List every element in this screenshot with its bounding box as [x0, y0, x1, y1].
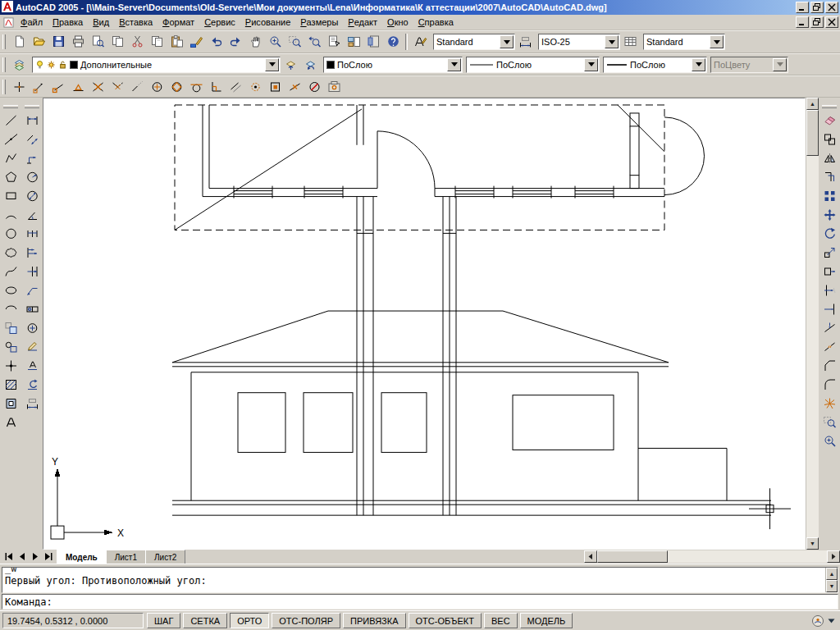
scale-button[interactable]: [819, 243, 839, 262]
extend-button[interactable]: [819, 299, 839, 318]
status-toggle-lwt[interactable]: ВЕС: [484, 613, 518, 628]
close-button[interactable]: [825, 2, 838, 13]
rectangle-button[interactable]: [1, 186, 21, 205]
status-toggle-ortho[interactable]: ОРТО: [230, 613, 269, 628]
properties-button[interactable]: [324, 33, 344, 52]
designcenter-button[interactable]: [344, 33, 363, 52]
quick-leader-button[interactable]: [22, 281, 42, 299]
parallel-button[interactable]: [226, 77, 245, 96]
table-style-button[interactable]: [620, 33, 640, 52]
status-toggle-model[interactable]: МОДЕЛЬ: [520, 613, 573, 628]
extension-button[interactable]: [127, 77, 147, 96]
new-button[interactable]: [9, 33, 29, 52]
scroll-up-icon[interactable]: ▲: [806, 98, 819, 110]
point-button[interactable]: [1, 356, 21, 375]
copy-button[interactable]: [147, 33, 167, 52]
text-style-combo[interactable]: Standard: [433, 34, 515, 50]
tab-model[interactable]: Модель: [57, 550, 107, 564]
break-at-point-button[interactable]: [819, 318, 839, 337]
tool-palettes-button[interactable]: [363, 33, 383, 52]
status-toggle-polar[interactable]: ОТС-ПОЛЯР: [272, 613, 340, 628]
minimize-button[interactable]: [796, 2, 809, 13]
explode-button[interactable]: [819, 394, 839, 413]
array-button[interactable]: [819, 186, 839, 205]
mdi-minimize-button[interactable]: [796, 16, 809, 28]
chevron-down-icon[interactable]: [584, 58, 598, 71]
undo-button[interactable]: [206, 33, 226, 52]
spline-button[interactable]: [1, 262, 21, 281]
chevron-down-icon[interactable]: [605, 35, 619, 48]
dim-radius-button[interactable]: [22, 167, 42, 186]
menu-modify[interactable]: Редакт: [343, 15, 382, 30]
toolbar-drag-handle[interactable]: [3, 105, 18, 108]
layers-button[interactable]: [9, 55, 29, 74]
tab-layout2[interactable]: Лист2: [145, 550, 185, 564]
offset-button[interactable]: [819, 167, 839, 186]
zoom-previous-button[interactable]: [304, 33, 324, 52]
first-tab-button[interactable]: [2, 550, 16, 564]
snap-from-button[interactable]: [29, 77, 48, 96]
command-input[interactable]: Команда:: [2, 594, 838, 609]
perpendicular-button[interactable]: [206, 77, 226, 96]
drawing-area[interactable]: Y X: [43, 98, 806, 550]
apparent-intersection-button[interactable]: [107, 77, 127, 96]
next-tab-button[interactable]: [29, 550, 42, 564]
construction-line-button[interactable]: [1, 130, 21, 148]
zoom-realtime-button[interactable]: [819, 431, 839, 450]
previous-tab-button[interactable]: [16, 550, 29, 564]
toolbar-drag-handle[interactable]: [822, 105, 837, 108]
menu-dimension[interactable]: Размеры: [295, 15, 343, 30]
menu-draw[interactable]: Рисование: [240, 15, 295, 30]
restore-button[interactable]: [810, 2, 824, 13]
toolbar-drag-handle[interactable]: [2, 34, 6, 49]
dim-ordinate-button[interactable]: [22, 148, 42, 167]
scroll-right-icon[interactable]: [827, 550, 840, 563]
center-mark-button[interactable]: [22, 318, 42, 337]
menu-edit[interactable]: Правка: [48, 15, 88, 30]
node-button[interactable]: [245, 77, 265, 96]
menu-help[interactable]: Справка: [413, 15, 459, 30]
toolbar-drag-handle[interactable]: [2, 57, 6, 72]
vertical-scroll-thumb[interactable]: [806, 110, 819, 156]
color-combo[interactable]: ПоСлою: [323, 57, 463, 73]
status-toggle-grid[interactable]: СЕТКА: [183, 613, 227, 628]
plot-button[interactable]: [68, 33, 88, 52]
chevron-down-icon[interactable]: [500, 35, 514, 48]
redo-button[interactable]: [226, 33, 245, 52]
trim-button[interactable]: [819, 281, 839, 299]
arc-button[interactable]: [1, 205, 21, 224]
chevron-down-icon[interactable]: [692, 58, 705, 71]
copy-object-button[interactable]: [819, 130, 839, 148]
cut-button[interactable]: [127, 33, 147, 52]
rotate-button[interactable]: [819, 224, 839, 243]
dim-diameter-button[interactable]: [22, 186, 42, 205]
dim-continue-button[interactable]: [22, 262, 42, 281]
center-button[interactable]: [147, 77, 167, 96]
layer-combo[interactable]: Дополнительные: [32, 57, 281, 73]
mdi-restore-button[interactable]: [810, 16, 824, 28]
erase-button[interactable]: [819, 111, 839, 130]
command-scrollbar[interactable]: ▲ ▼: [825, 568, 838, 592]
quick-dim-button[interactable]: [22, 224, 42, 243]
pan-button[interactable]: [245, 33, 265, 52]
make-layer-current-button[interactable]: [281, 55, 300, 74]
make-block-button[interactable]: [1, 337, 21, 356]
tolerance-button[interactable]: [22, 299, 42, 318]
ellipse-arc-button[interactable]: [1, 299, 21, 318]
tray-menu-arrow-icon[interactable]: [828, 619, 835, 623]
match-properties-button[interactable]: [186, 33, 206, 52]
save-button[interactable]: [48, 33, 68, 52]
menu-file[interactable]: Файл: [16, 15, 48, 30]
tab-layout1[interactable]: Лист1: [106, 550, 146, 564]
table-style-combo[interactable]: Standard: [643, 34, 725, 50]
dim-angular-button[interactable]: [22, 205, 42, 224]
mtext-button[interactable]: [1, 413, 21, 431]
communication-center-icon[interactable]: [811, 614, 824, 628]
dim-style-button[interactable]: [22, 394, 42, 413]
scroll-down-icon[interactable]: ▼: [826, 580, 838, 592]
publish-button[interactable]: [107, 33, 127, 52]
dim-baseline-button[interactable]: [22, 243, 42, 262]
toolbar-drag-handle[interactable]: [25, 105, 39, 108]
vertical-scrollbar[interactable]: ▲ ▼: [806, 98, 819, 550]
zoom-realtime-button[interactable]: [265, 33, 285, 52]
